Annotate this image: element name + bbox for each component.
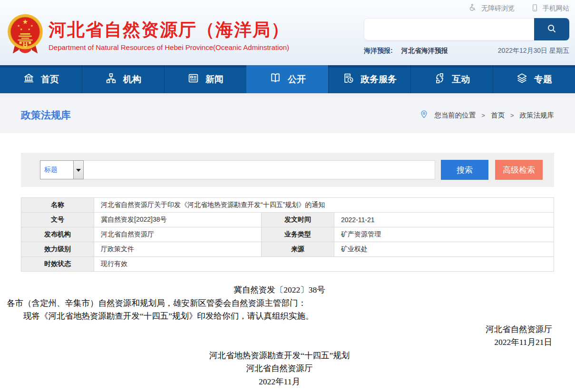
forecast-label: 海洋预报:: [364, 47, 393, 55]
forecast-link[interactable]: 河北省海洋预报: [401, 47, 448, 55]
detail-value: 矿产资源管理: [334, 227, 554, 242]
nav-item-public[interactable]: 公开: [246, 65, 329, 93]
search-button[interactable]: 搜索: [441, 160, 488, 180]
site-title: 河北省自然资源厅（海洋局）: [49, 20, 290, 40]
phone-icon: [531, 3, 539, 14]
detail-value: 冀自然资发[2022]38号: [94, 213, 262, 227]
magnifier-icon: [546, 23, 557, 36]
table-row: 文号 冀自然资发[2022]38号 发文时间 2022-11-21: [21, 213, 554, 227]
open-book-icon: [269, 72, 282, 87]
nav-item-services[interactable]: 政务服务: [328, 65, 410, 93]
breadcrumb-location-label: 您当前的位置: [434, 111, 476, 120]
nav-item-org[interactable]: 机构: [82, 65, 164, 93]
location-pin-icon: [419, 110, 429, 120]
nav-item-home[interactable]: 首页: [0, 65, 82, 93]
section-band: 政策法规库 您当前的位置 > 首页 > 政策法规库: [0, 93, 575, 133]
gov-service-icon: [342, 72, 354, 87]
policy-search-input[interactable]: [84, 160, 435, 179]
site-subtitle: Department of Natural Resources of Hebei…: [49, 43, 290, 51]
nav-label: 机构: [123, 73, 141, 86]
header-search-input[interactable]: [364, 18, 534, 40]
policy-search-form: 标题 搜索 高级检索: [21, 153, 554, 187]
field-type-selected-option: 标题: [40, 166, 73, 174]
top-links: 无障碍浏览 手机网站: [364, 3, 569, 14]
interact-icon: [434, 72, 446, 87]
attachment-author: 河北省自然资源厅: [7, 362, 552, 375]
nav-label: 政务服务: [361, 73, 397, 86]
brand-text: 河北省自然资源厅（海洋局） Department of Natural Reso…: [49, 20, 290, 52]
detail-value: 河北省自然资源厅关于印发《河北省地热资源勘查开发“十四五”规划》的通知: [94, 198, 554, 213]
nav-label: 专题: [534, 73, 552, 86]
org-chart-icon: [105, 72, 117, 87]
document-detail-table: 名称 河北省自然资源厅关于印发《河北省地热资源勘查开发“十四五”规划》的通知 文…: [21, 197, 554, 272]
detail-label: 效力级别: [21, 242, 94, 257]
nav-item-topics[interactable]: 专题: [493, 65, 575, 93]
accessibility-label: 无障碍浏览: [481, 4, 515, 13]
breadcrumb-home-link[interactable]: 首页: [491, 111, 505, 120]
detail-label: 来源: [262, 242, 334, 257]
header-search: [364, 18, 569, 40]
nav-item-interact[interactable]: 互动: [410, 65, 493, 93]
document-signer: 河北省自然资源厅: [7, 323, 552, 336]
document-number: 冀自然资发〔2022〕38号: [7, 284, 552, 297]
forecast-row: 海洋预报: 河北省海洋预报 2022年12月30日 星期五: [364, 47, 569, 55]
nav-item-news[interactable]: 新闻: [164, 65, 246, 93]
detail-label: 文号: [21, 213, 94, 227]
table-row: 发布机构 河北省自然资源厅 业务类型 矿产资源管理: [21, 227, 554, 242]
attachment-title: 河北省地热资源勘查开发“十四五”规划: [7, 349, 552, 363]
advanced-search-button[interactable]: 高级检索: [495, 160, 543, 180]
home-icon: [23, 72, 35, 87]
nav-label: 新闻: [205, 73, 224, 86]
document-body: 冀自然资发〔2022〕38号 各市（含定州、辛集市）自然资源和规划局，雄安新区管…: [7, 284, 552, 388]
detail-value: 河北省自然资源厅: [94, 227, 262, 242]
current-date: 2022年12月30日 星期五: [498, 47, 569, 55]
field-type-select[interactable]: 标题: [40, 160, 84, 179]
page: 河北省自然资源厅（海洋局） Department of Natural Reso…: [0, 0, 575, 392]
detail-label: 发布机构: [21, 227, 94, 242]
mobile-site-link[interactable]: 手机网站: [531, 3, 569, 14]
site-header: 河北省自然资源厅（海洋局） Department of Natural Reso…: [0, 0, 575, 65]
detail-value: 2022-11-21: [334, 213, 554, 227]
header-search-button[interactable]: [534, 18, 569, 40]
nav-label: 互动: [452, 73, 470, 86]
nav-label: 公开: [288, 73, 306, 86]
accessibility-link[interactable]: 无障碍浏览: [468, 3, 515, 14]
mobile-site-label: 手机网站: [543, 4, 569, 13]
breadcrumb-separator: >: [481, 112, 485, 119]
header-right: 无障碍浏览 手机网站: [364, 0, 569, 65]
detail-value: 厅政策文件: [94, 242, 262, 257]
chevron-down-icon: [73, 161, 83, 179]
brand-home-link[interactable]: 河北省自然资源厅（海洋局） Department of Natural Reso…: [6, 0, 290, 65]
page-title: 政策法规库: [21, 108, 71, 122]
detail-label: 业务类型: [262, 227, 334, 242]
breadcrumb-current-link[interactable]: 政策法规库: [520, 111, 555, 120]
main-content: 标题 搜索 高级检索 名称 河北省自然资源厅关于印发《河北省地热资源勘查开发“十…: [21, 153, 554, 272]
breadcrumb-separator: >: [510, 112, 514, 119]
table-row: 效力级别 厅政策文件 来源 矿业权处: [21, 242, 554, 257]
table-row: 名称 河北省自然资源厅关于印发《河北省地热资源勘查开发“十四五”规划》的通知: [21, 198, 554, 213]
nav-label: 首页: [41, 73, 59, 86]
detail-value: 矿业权处: [334, 242, 554, 257]
news-icon: [187, 72, 199, 87]
accessibility-icon: [468, 3, 478, 14]
document-salutation: 各市（含定州、辛集市）自然资源和规划局，雄安新区管委会自然资源主管部门：: [7, 297, 552, 310]
breadcrumb: 您当前的位置 > 首页 > 政策法规库: [419, 110, 554, 120]
detail-label: 名称: [21, 198, 94, 213]
layers-icon: [516, 72, 528, 87]
detail-value: 现行有效: [94, 257, 554, 272]
main-nav: 首页 机构 新闻: [0, 65, 575, 93]
national-emblem-icon: [6, 13, 45, 59]
detail-label: 时效状态: [21, 257, 94, 272]
attachment-date: 2022年11月: [7, 375, 552, 389]
detail-label: 发文时间: [262, 213, 334, 227]
document-sign-date: 2022年11月21日: [7, 336, 552, 349]
table-row: 时效状态 现行有效: [21, 257, 554, 272]
document-text: 现将《河北省地热资源勘查开发“十四五”规划》印发给你们，请认真组织实施。: [7, 310, 552, 323]
